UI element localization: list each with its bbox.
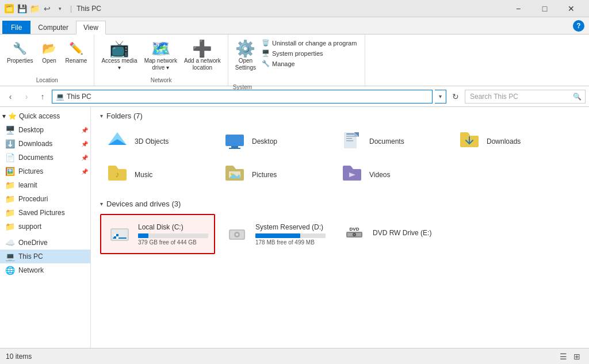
svg-rect-24 bbox=[116, 236, 118, 239]
sidebar-item-proceduri[interactable]: 📁 Proceduri bbox=[0, 192, 90, 206]
minimize-button[interactable]: − bbox=[505, 0, 531, 17]
sidebar-item-onedrive[interactable]: ☁️ OneDrive bbox=[0, 236, 90, 250]
access-media-button[interactable]: 📺 Access media▾ bbox=[99, 38, 139, 72]
saved-pictures-icon: 📁 bbox=[5, 208, 15, 217]
up-button[interactable]: ↑ bbox=[36, 90, 49, 104]
sidebar-item-thispc[interactable]: 💻 This PC bbox=[0, 250, 90, 263]
folder-videos-label: Videos bbox=[369, 171, 390, 179]
support-icon: 📁 bbox=[5, 222, 15, 231]
drive-item-dvd-e[interactable]: DVD DVD RW Drive (E:) bbox=[335, 214, 450, 254]
manage-icon: 🔧 bbox=[262, 60, 270, 67]
pin-icon-documents: 📌 bbox=[81, 155, 88, 161]
open-settings-button[interactable]: ⚙️ OpenSettings bbox=[233, 38, 258, 72]
quick-access-toolbar: 💾 📁 ↩ ▾ bbox=[16, 3, 66, 14]
forward-button[interactable]: › bbox=[20, 90, 33, 104]
sidebar-item-documents[interactable]: 📄 Documents 📌 bbox=[0, 151, 90, 164]
folder-desktop-label: Desktop bbox=[252, 137, 277, 145]
folders-grid: 3D Objects Desktop bbox=[100, 126, 580, 190]
folders-section-header[interactable]: ▾ Folders (7) bbox=[100, 112, 580, 120]
folder-item-desktop[interactable]: Desktop bbox=[217, 126, 332, 157]
system-group-label: System bbox=[233, 84, 252, 91]
close-button[interactable]: ✕ bbox=[558, 0, 584, 17]
back-button[interactable]: ‹ bbox=[3, 90, 17, 104]
tab-view[interactable]: View bbox=[76, 21, 106, 35]
sidebar-item-network[interactable]: 🌐 Network bbox=[0, 263, 90, 277]
svg-rect-22 bbox=[116, 234, 118, 236]
sidebar-quick-access-header[interactable]: ▾ ⭐ Quick access bbox=[0, 109, 90, 123]
details-view-button[interactable]: ☰ bbox=[557, 350, 569, 363]
ribbon-group-system: ⚙️ OpenSettings 🗑️ Uninstall or change a… bbox=[228, 35, 366, 86]
folder-3d-label: 3D Objects bbox=[135, 137, 169, 145]
search-placeholder: Search This PC bbox=[470, 93, 518, 101]
open-button[interactable]: 📂 Open bbox=[38, 38, 61, 66]
tab-computer[interactable]: Computer bbox=[30, 21, 76, 34]
proceduri-icon: 📁 bbox=[5, 194, 15, 204]
folder-item-videos[interactable]: Videos bbox=[335, 159, 450, 190]
sidebar-item-learnit[interactable]: 📁 learnit bbox=[0, 178, 90, 192]
sidebar-item-label-thispc: This PC bbox=[18, 252, 43, 260]
save-icon[interactable]: 💾 bbox=[16, 3, 28, 14]
add-network-location-button[interactable]: ➕ Add a networklocation bbox=[182, 38, 223, 72]
settings-label: OpenSettings bbox=[235, 58, 256, 71]
sidebar-item-pictures[interactable]: 🖼️ Pictures 📌 bbox=[0, 164, 90, 178]
map-drive-icon: 🗺️ bbox=[151, 39, 170, 58]
properties-label: Properties bbox=[7, 58, 33, 64]
drive-e-info: DVD RW Drive (E:) bbox=[373, 229, 443, 239]
drive-item-system-d[interactable]: System Reserved (D:) 178 MB free of 499 … bbox=[217, 214, 332, 254]
address-field[interactable]: 💻 This PC bbox=[52, 90, 433, 104]
ribbon: 🔧 Properties 📂 Open ✏️ Rename Location 📺… bbox=[0, 35, 589, 86]
pin-icon-downloads: 📌 bbox=[81, 141, 88, 147]
maximize-button[interactable]: □ bbox=[531, 0, 558, 17]
undo-icon[interactable]: ↩ bbox=[41, 3, 53, 14]
rename-icon: ✏️ bbox=[67, 39, 85, 58]
folder-icon[interactable]: 📁 bbox=[29, 3, 40, 14]
folders-header-label: Folders (7) bbox=[106, 112, 143, 120]
main-layout: ▾ ⭐ Quick access 🖥️ Desktop 📌 ⬇️ Downloa… bbox=[0, 107, 589, 348]
manage-button[interactable]: 🔧 Manage bbox=[258, 59, 360, 68]
ribbon-group-items-location: 🔧 Properties 📂 Open ✏️ Rename bbox=[5, 37, 89, 77]
drive-item-local-c[interactable]: Local Disk (C:) 379 GB free of 444 GB bbox=[100, 214, 215, 254]
title-bar: 🗂️ 💾 📁 ↩ ▾ | This PC − □ ✕ bbox=[0, 0, 589, 17]
address-dropdown[interactable]: ▾ bbox=[435, 90, 446, 104]
manage-label: Manage bbox=[272, 60, 295, 67]
uninstall-button[interactable]: 🗑️ Uninstall or change a program bbox=[258, 38, 360, 48]
learnit-icon: 📁 bbox=[5, 181, 15, 190]
sidebar-item-label-desktop: Desktop bbox=[18, 126, 44, 134]
search-box[interactable]: Search This PC 🔍 bbox=[465, 90, 586, 104]
rename-button[interactable]: ✏️ Rename bbox=[63, 38, 90, 66]
sidebar-item-desktop[interactable]: 🖥️ Desktop 📌 bbox=[0, 123, 90, 137]
uninstall-icon: 🗑️ bbox=[262, 39, 270, 47]
open-icon: 📂 bbox=[40, 39, 59, 58]
tiles-view-button[interactable]: ⊞ bbox=[571, 350, 583, 363]
open-settings-btn-container: ⚙️ OpenSettings bbox=[233, 38, 258, 72]
folder-item-downloads[interactable]: Downloads bbox=[452, 126, 567, 157]
drives-section-header[interactable]: ▾ Devices and drives (3) bbox=[100, 200, 580, 208]
system-properties-button[interactable]: 🖥️ System properties bbox=[258, 48, 360, 58]
sidebar-item-label-saved-pictures: Saved Pictures bbox=[18, 209, 65, 217]
folder-music-icon: ♪ bbox=[106, 162, 129, 188]
network-icon: 🌐 bbox=[5, 266, 15, 275]
properties-button[interactable]: 🔧 Properties bbox=[5, 38, 36, 66]
qa-dropdown[interactable]: ▾ bbox=[54, 3, 66, 14]
qa-chevron-icon: ▾ bbox=[2, 112, 6, 120]
svg-rect-23 bbox=[114, 236, 116, 239]
access-media-icon: 📺 bbox=[110, 39, 129, 58]
sys-props-label: System properties bbox=[272, 50, 323, 57]
sidebar-item-downloads[interactable]: ⬇️ Downloads 📌 bbox=[0, 137, 90, 151]
folder-pictures-icon bbox=[223, 162, 246, 188]
folder-item-pictures[interactable]: Pictures bbox=[217, 159, 332, 190]
sidebar-item-saved-pictures[interactable]: 📁 Saved Pictures bbox=[0, 206, 90, 220]
path-icon: 💻 bbox=[56, 93, 64, 101]
sidebar-item-support[interactable]: 📁 support bbox=[0, 220, 90, 233]
folder-item-music[interactable]: ♪ Music bbox=[100, 159, 215, 190]
refresh-button[interactable]: ↻ bbox=[449, 90, 462, 104]
desktop-icon: 🖥️ bbox=[5, 125, 15, 135]
tab-file[interactable]: File bbox=[2, 21, 30, 34]
location-group-label: Location bbox=[36, 77, 58, 85]
help-button[interactable]: ? bbox=[573, 20, 584, 32]
map-network-drive-button[interactable]: 🗺️ Map networkdrive ▾ bbox=[142, 38, 179, 72]
svg-rect-21 bbox=[114, 234, 116, 236]
folder-music-label: Music bbox=[135, 171, 152, 179]
folder-item-documents[interactable]: Documents bbox=[335, 126, 450, 157]
folder-item-3d-objects[interactable]: 3D Objects bbox=[100, 126, 215, 157]
